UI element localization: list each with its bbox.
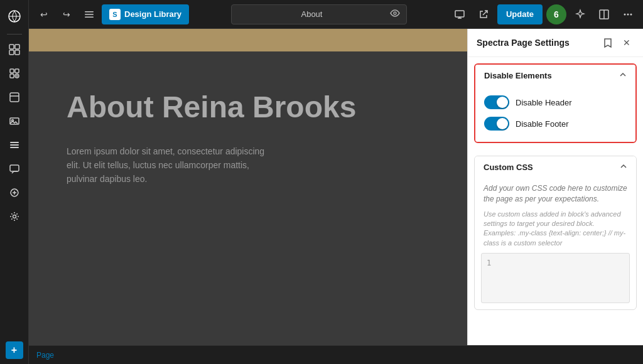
disable-elements-body: Disable Header Disable Footer (475, 87, 635, 142)
design-library-label: Design Library (124, 9, 181, 19)
bottom-bar: Page (29, 345, 643, 364)
user-initial: 6 (554, 9, 559, 19)
custom-css-section: Custom CSS Add your own CSS code here to… (474, 156, 637, 310)
image-icon[interactable] (3, 110, 26, 132)
line-numbers: 1 (487, 259, 491, 297)
patterns-icon[interactable] (3, 181, 26, 204)
right-panel: Spectra Page Settings ✕ Disable Elements (467, 29, 643, 345)
inserter-icon[interactable] (3, 62, 26, 85)
tools-button[interactable] (79, 4, 99, 24)
spectra-s-icon: S (109, 9, 121, 20)
svg-point-30 (624, 13, 626, 15)
monitor-icon[interactable] (450, 4, 470, 24)
disable-footer-label: Disable Footer (516, 119, 569, 129)
svg-rect-1 (9, 45, 14, 49)
disable-header-label: Disable Header (516, 98, 572, 107)
page-title-bar: About (231, 4, 407, 24)
svg-rect-20 (85, 11, 94, 13)
svg-rect-15 (10, 142, 19, 143)
custom-css-header[interactable]: Custom CSS (475, 156, 636, 178)
add-block-icon[interactable] (3, 38, 26, 61)
undo-button[interactable]: ↩ (34, 4, 54, 24)
panel-close-button[interactable]: ✕ (619, 35, 634, 50)
settings-icon[interactable] (3, 205, 26, 228)
top-bar-right: Update 6 (450, 4, 638, 24)
svg-rect-11 (10, 93, 19, 102)
svg-rect-17 (10, 147, 19, 148)
canvas-header-bar (29, 29, 467, 51)
svg-rect-21 (85, 14, 94, 15)
svg-rect-3 (9, 50, 14, 55)
top-bar-left: ↩ ↪ S Design Library (34, 4, 189, 24)
sparkle-icon[interactable] (570, 4, 590, 24)
wp-logo-icon[interactable] (3, 5, 26, 28)
custom-css-title: Custom CSS (484, 163, 533, 172)
canvas-title: About Reina Brooks (67, 89, 430, 126)
left-toolbar: + (0, 0, 29, 364)
editor-area: About Reina Brooks Lorem ipsum dolor sit… (29, 29, 643, 345)
disable-elements-section: Disable Elements Disabl (474, 63, 637, 143)
disable-footer-row: Disable Footer (484, 113, 627, 134)
main-area: ↩ ↪ S Design Library About (29, 0, 643, 364)
disable-header-row: Disable Header (484, 92, 627, 113)
disable-header-toggle[interactable] (484, 95, 509, 109)
disable-elements-header[interactable]: Disable Elements (475, 65, 635, 87)
custom-css-chevron-icon (620, 163, 627, 172)
page-title: About (238, 9, 385, 19)
header-icon[interactable] (3, 86, 26, 109)
columns-icon[interactable] (594, 4, 614, 24)
disable-elements-title: Disable Elements (484, 71, 552, 80)
canvas-page: About Reina Brooks Lorem ipsum dolor sit… (29, 29, 467, 345)
list-icon[interactable] (3, 134, 26, 156)
comments-icon[interactable] (3, 158, 26, 180)
svg-rect-6 (15, 69, 19, 73)
add-new-button[interactable]: + (6, 341, 23, 359)
bottom-bar-label[interactable]: Page (36, 351, 54, 360)
css-code-content[interactable] (497, 259, 624, 297)
top-bar-center: About (194, 4, 445, 24)
panel-header-icons: ✕ (600, 35, 634, 50)
chevron-up-icon (619, 71, 627, 80)
overflow-menu-icon[interactable] (618, 4, 638, 24)
svg-rect-18 (10, 165, 19, 171)
canvas-body-text: Lorem ipsum dolor sit amet, consectetur … (67, 144, 267, 186)
redo-button[interactable]: ↪ (57, 4, 77, 24)
svg-rect-22 (85, 16, 94, 18)
svg-point-31 (627, 13, 629, 15)
bookmark-icon[interactable] (600, 35, 615, 50)
panel-header: Spectra Page Settings ✕ (468, 29, 643, 57)
canvas-area[interactable]: About Reina Brooks Lorem ipsum dolor sit… (29, 29, 467, 345)
external-link-icon[interactable] (473, 4, 494, 24)
svg-rect-4 (15, 50, 19, 55)
eye-icon[interactable] (390, 8, 400, 20)
svg-point-32 (630, 13, 632, 15)
svg-point-19 (13, 215, 16, 218)
css-code-editor[interactable]: 1 (481, 253, 630, 303)
canvas-content: About Reina Brooks Lorem ipsum dolor sit… (29, 51, 467, 211)
panel-title: Spectra Page Settings (477, 38, 570, 48)
custom-css-hint: Add your own CSS code here to customize … (475, 178, 636, 207)
svg-rect-16 (10, 144, 19, 146)
svg-rect-5 (10, 69, 14, 73)
custom-css-hint2: Use custom class added in block's advanc… (475, 207, 636, 254)
design-library-button[interactable]: S Design Library (102, 4, 189, 24)
svg-point-23 (394, 12, 396, 14)
svg-line-27 (483, 11, 487, 15)
user-avatar[interactable]: 6 (546, 4, 566, 24)
disable-footer-toggle[interactable] (484, 117, 509, 131)
svg-rect-24 (455, 11, 464, 17)
top-bar: ↩ ↪ S Design Library About (29, 0, 643, 29)
svg-rect-2 (15, 45, 19, 49)
svg-rect-7 (10, 74, 14, 78)
update-button[interactable]: Update (497, 4, 543, 24)
toolbar-divider-1 (7, 34, 22, 35)
